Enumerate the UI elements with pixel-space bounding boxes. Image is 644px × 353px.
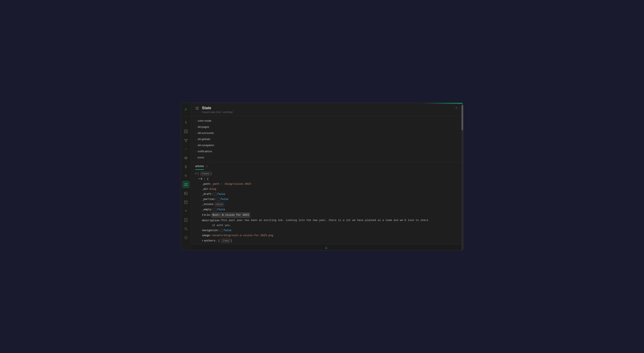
sidebar-routes[interactable] (182, 198, 190, 206)
sidebar-eye[interactable] (182, 154, 190, 162)
empty-checkbox (214, 208, 217, 211)
panel-title-block: State Keyed state from `useState` (202, 106, 234, 114)
sidebar-nuxt-logo[interactable]: △ (182, 105, 190, 113)
state-item-dd-surrounds[interactable]: › dd-surrounds (191, 130, 462, 136)
content-scroll[interactable]: › color-mode › dd-pages › dd-surrounds ›… (191, 116, 462, 244)
svg-point-7 (186, 141, 186, 142)
state-item-label: icons (198, 156, 204, 159)
chevron-icon: › (195, 144, 196, 147)
tree-content: ▼ [ 9 items ] ▼ 0 : { _path : _p (191, 170, 462, 244)
state-item-label: dd-navigation (198, 144, 214, 147)
sidebar-bulb[interactable] (182, 163, 190, 171)
tree-authors: ▼ authors : [ 1 item ] (195, 238, 462, 244)
main-panel: State Keyed state from `useState` ∧ › co… (191, 103, 462, 250)
articles-tab-label[interactable]: articles (195, 162, 204, 170)
tree-description-cont: it with you. (195, 223, 462, 228)
sidebar-extensions[interactable] (182, 234, 190, 241)
state-item-icons[interactable]: › icons (191, 154, 462, 160)
svg-point-16 (185, 185, 186, 186)
tree-dir: _dir : blog (195, 187, 462, 192)
bottom-bar: △ (191, 244, 462, 250)
state-item-dd-pages[interactable]: › dd-pages (191, 124, 462, 130)
refresh-icon[interactable]: ↺ (206, 164, 208, 168)
svg-point-11 (185, 158, 186, 159)
tree-array-root: ▼ [ 9 items ] (195, 171, 462, 176)
svg-rect-20 (184, 201, 188, 204)
sidebar-list[interactable]: ≡ (182, 207, 190, 215)
svg-point-30 (198, 107, 198, 108)
navigation-checkbox (220, 229, 223, 232)
tree-partial: _partial : false (195, 197, 462, 202)
sidebar-graph[interactable] (182, 136, 190, 144)
chevron-icon: › (195, 126, 196, 128)
chevron-icon: › (195, 120, 196, 122)
sidebar-divider (183, 116, 189, 117)
tree-image: image : /assets/blog/nuxt-a-vision-for-2… (195, 233, 462, 238)
panel-header-left: State Keyed state from `useState` (195, 106, 234, 114)
state-item-color-mode[interactable]: › color-mode (191, 118, 462, 124)
svg-rect-2 (184, 132, 186, 133)
tree-path: _path : _path : /blog/vision-2023 (195, 182, 462, 187)
app-window: △ ℹ ⚡ (180, 103, 464, 250)
items-count-badge: 9 items (200, 171, 210, 176)
state-item-notifications[interactable]: › notifications (191, 148, 462, 154)
chevron-down-icon[interactable]: ▼ (198, 177, 200, 181)
sidebar-info[interactable]: ℹ (182, 119, 190, 126)
state-item-dd-globals[interactable]: › dd-globals (191, 136, 462, 142)
tree-locale: _locale : value (195, 202, 462, 207)
svg-line-8 (185, 140, 185, 140)
articles-tab: articles ↺ (191, 162, 462, 170)
svg-line-9 (186, 140, 187, 140)
state-item-label: dd-pages (198, 125, 209, 128)
svg-point-14 (185, 183, 186, 184)
state-item-label: notifications (198, 150, 212, 153)
chevron-icon: › (195, 150, 196, 153)
panel-collapse-button[interactable]: ∧ (456, 106, 457, 109)
sidebar-components[interactable] (182, 128, 190, 135)
state-item-label: color-mode (198, 119, 212, 122)
svg-point-31 (196, 109, 197, 109)
panel-header: State Keyed state from `useState` ∧ (191, 103, 462, 116)
tree-title: title : Nuxt: A vision for 2023 (195, 212, 462, 218)
bottom-nuxt-logo: △ (325, 245, 327, 250)
state-item-dd-navigation[interactable]: › dd-navigation (191, 142, 462, 148)
svg-line-28 (186, 229, 188, 230)
sidebar-settings[interactable]: ⚙ (182, 172, 190, 179)
state-list: › color-mode › dd-pages › dd-surrounds ›… (191, 116, 462, 162)
scrollbar-thumb[interactable] (462, 105, 463, 130)
svg-rect-1 (186, 130, 188, 131)
svg-point-4 (185, 140, 186, 141)
svg-rect-3 (186, 132, 188, 133)
state-panel-icon (195, 106, 199, 111)
svg-point-17 (186, 185, 187, 186)
tree-item-0: ▼ 0 : { (195, 176, 462, 182)
scrollbar[interactable] (462, 103, 463, 250)
draft-checkbox (214, 193, 217, 196)
svg-rect-0 (184, 130, 186, 131)
chevron-down-icon[interactable]: ▼ (195, 172, 196, 175)
sidebar-search[interactable] (182, 225, 190, 233)
svg-point-32 (198, 109, 198, 109)
tree-empty: _empty : false (195, 207, 462, 212)
panel-title: State (202, 106, 234, 110)
svg-point-12 (185, 166, 187, 167)
state-item-label: dd-surrounds (198, 131, 214, 135)
description-value: This past year has been an exciting one.… (221, 218, 428, 223)
partial-checkbox (217, 198, 220, 201)
chevron-down-icon[interactable]: ▼ (202, 239, 203, 243)
sidebar-lightning[interactable]: ⚡ (182, 145, 190, 153)
sidebar-state[interactable] (182, 181, 190, 188)
chevron-icon: › (195, 156, 196, 159)
tree-draft: _draft : false (195, 192, 462, 197)
sidebar-page[interactable] (182, 216, 190, 224)
panel-subtitle: Keyed state from `useState` (202, 111, 234, 114)
authors-badge: 1 item (221, 239, 230, 243)
tree-navigation: navigation : false (195, 228, 462, 233)
tree-description: description : This past year has been an… (195, 218, 462, 223)
state-item-label: dd-globals (198, 137, 210, 141)
articles-section: articles ↺ ▼ [ 9 items ] ▼ 0 : { (191, 162, 462, 244)
svg-point-29 (196, 107, 197, 108)
sidebar-image[interactable] (182, 190, 190, 197)
title-value: Nuxt: A vision for 2023 (212, 213, 250, 218)
sidebar: △ ℹ ⚡ (181, 103, 191, 250)
